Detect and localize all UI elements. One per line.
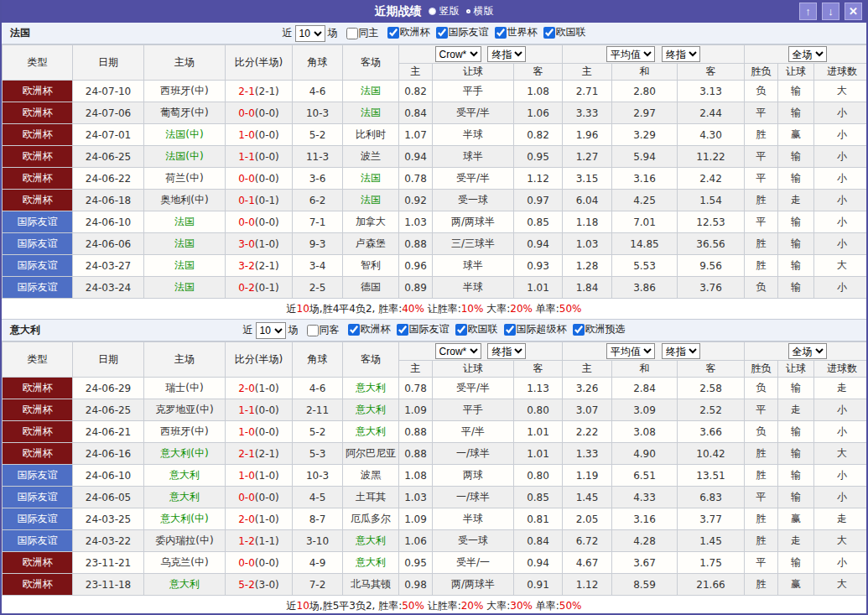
home-team: 奥地利(中) [144, 190, 226, 211]
competition-checkbox[interactable] [504, 324, 516, 336]
competition-filter[interactable]: 欧国联 [538, 25, 586, 39]
odds-company-select[interactable]: Crow* [435, 46, 481, 62]
score-cell: 0-0(0-0) [226, 552, 293, 574]
match-type: 欧洲杯 [3, 168, 73, 190]
competition-filter[interactable]: 世界杯 [489, 25, 538, 39]
away-team: 法国 [343, 168, 399, 190]
scope-select[interactable]: 全场 [788, 46, 827, 62]
horizontal-layout-radio[interactable]: 横版 [466, 4, 494, 18]
radio-selected-icon[interactable] [429, 8, 436, 15]
odds-away: 0.84 [514, 530, 563, 552]
avg-win: 1.96 [563, 124, 612, 146]
match-type: 欧洲杯 [3, 124, 73, 146]
fulltime-score: 5-2 [238, 579, 255, 591]
halftime-score: (0-1) [255, 195, 279, 206]
recent-count-select[interactable]: 10 [256, 322, 286, 339]
competition-checkbox[interactable] [455, 324, 467, 336]
move-up-button[interactable]: ↑ [799, 3, 817, 20]
match-type: 国际友谊 [3, 277, 73, 299]
competition-checkbox[interactable] [387, 27, 399, 39]
col-avg-draw: 和 [612, 64, 678, 81]
match-type: 欧洲杯 [3, 146, 73, 168]
competition-checkbox[interactable] [348, 324, 360, 336]
score-cell: 0-0(0-0) [226, 211, 293, 233]
col-odds-away: 客 [514, 64, 563, 81]
vertical-layout-radio[interactable]: 竖版 [429, 4, 460, 18]
same-venue-label: 同主 [359, 26, 379, 40]
result-outcome: 胜 [745, 124, 778, 146]
same-venue-filter[interactable]: 同客 [301, 323, 340, 337]
avg-win: 2.05 [563, 508, 612, 530]
home-team: 法国 [144, 277, 226, 299]
col-result-handicap: 让球 [778, 64, 814, 81]
competition-filter[interactable]: 欧洲杯 [382, 25, 430, 39]
competition-label: 世界杯 [507, 25, 538, 39]
recent-count-select[interactable]: 10 [295, 25, 325, 42]
avg-draw: 5.94 [612, 146, 678, 168]
competition-checkbox[interactable] [436, 27, 448, 39]
competition-filter[interactable]: 国际超级杯 [498, 322, 567, 336]
corners: 3-6 [293, 168, 343, 190]
competition-filter[interactable]: 欧洲预选 [567, 322, 626, 336]
corners: 4-6 [293, 81, 343, 102]
average-time-select[interactable]: 终指 [662, 46, 700, 62]
close-button[interactable]: ✕ [845, 3, 862, 20]
italy-summary-line: 近10场,胜5平3负2, 胜率:50% 让胜率:20% 大率:30% 单率:50… [2, 596, 866, 615]
filter-controls: 近 10 场 同主 欧洲杯国际友谊世界杯欧国联 [2, 25, 866, 42]
odds-time-select[interactable]: 终指 [487, 46, 526, 62]
odds-away: 0.95 [514, 146, 563, 168]
competition-checkbox[interactable] [543, 27, 555, 39]
match-row: 欧洲杯24-07-01法国(中)1-0(0-0)5-2比利时1.07半球0.82… [3, 124, 868, 146]
move-down-button[interactable]: ↓ [822, 3, 839, 20]
avg-win: 3.26 [563, 378, 612, 399]
match-type: 欧洲杯 [3, 378, 73, 399]
halftime-score: (2-1) [255, 448, 279, 460]
odds-time-select[interactable]: 终指 [487, 343, 526, 359]
competition-filter[interactable]: 国际友谊 [391, 322, 450, 336]
match-row: 国际友谊24-06-10意大利1-0(1-0)10-3波黑1.08两球0.801… [3, 465, 868, 487]
away-team: 意大利 [343, 530, 399, 552]
result-handicap: 输 [778, 255, 814, 277]
odds-away: 0.94 [514, 233, 563, 255]
window-buttons: ↑ ↓ ✕ [799, 3, 862, 20]
average-time-select[interactable]: 终指 [662, 343, 700, 359]
filter-controls: 近 10 场 同客 欧洲杯国际友谊欧国联国际超级杯欧洲预选 [2, 322, 866, 339]
match-row: 欧洲杯24-06-25法国(中)1-1(0-0)11-3波兰0.94球半0.95… [3, 146, 868, 168]
competition-checkbox[interactable] [495, 27, 507, 39]
avg-lose: 3.77 [678, 508, 745, 530]
average-type-select[interactable]: 平均值 [606, 343, 655, 359]
score-cell: 1-0(0-0) [226, 421, 293, 443]
summary-text: 场,胜4平4负2, 胜率: [309, 303, 402, 315]
competition-checkbox[interactable] [573, 324, 585, 336]
competition-filter[interactable]: 国际友谊 [430, 25, 489, 39]
result-handicap: 输 [778, 378, 814, 399]
avg-draw: 3.16 [612, 508, 678, 530]
avg-lose: 1.45 [678, 530, 745, 552]
match-row: 欧洲杯24-06-25克罗地亚(中)1-1(0-0)2-11意大利1.09平手0… [3, 399, 868, 421]
competition-checkbox[interactable] [397, 324, 408, 336]
odds-company-select[interactable]: Crow* [435, 343, 481, 359]
competition-filter[interactable]: 欧洲杯 [342, 322, 391, 336]
home-team: 法国 [144, 255, 226, 277]
score-cell: 1-1(0-0) [226, 146, 293, 168]
home-team: 意大利 [144, 465, 226, 487]
games-label: 场 [288, 323, 299, 337]
average-type-select[interactable]: 平均值 [606, 46, 655, 62]
match-type: 国际友谊 [3, 487, 73, 508]
handicap-line: 受平/半 [433, 102, 514, 124]
competition-filter[interactable]: 欧国联 [450, 322, 498, 336]
away-team: 德国 [343, 277, 399, 299]
avg-draw: 5.53 [612, 255, 678, 277]
match-date: 24-07-01 [73, 124, 144, 146]
competition-label: 欧洲杯 [361, 322, 391, 336]
same-venue-filter[interactable]: 同主 [340, 26, 379, 40]
halftime-score: (1-1) [255, 535, 279, 547]
match-date: 24-03-22 [73, 530, 144, 552]
vertical-layout-label: 竖版 [439, 4, 460, 18]
halftime-score: (1-0) [255, 383, 279, 394]
radio-unselected-icon[interactable] [466, 9, 470, 13]
result-goals: 小 [814, 399, 868, 421]
scope-select[interactable]: 全场 [788, 343, 827, 359]
same-venue-checkbox[interactable] [346, 28, 358, 39]
same-venue-checkbox[interactable] [307, 325, 319, 336]
